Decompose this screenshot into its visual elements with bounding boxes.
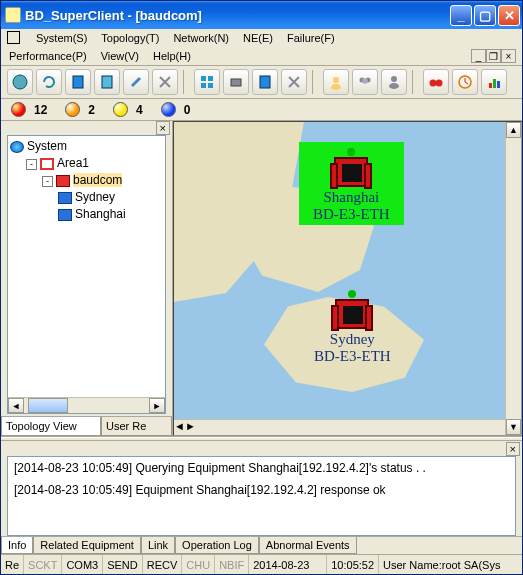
tree-area-label: Area1 [57, 156, 89, 170]
scroll-track[interactable] [506, 138, 521, 419]
status-send: SEND [103, 555, 143, 574]
tab-link[interactable]: Link [141, 537, 175, 554]
tool-clock-icon[interactable] [452, 69, 478, 95]
tree-node-label: Shanghai [75, 207, 126, 221]
device-icon [334, 157, 368, 187]
alarm-info[interactable]: 0 [161, 102, 191, 117]
menu-system[interactable]: System(S) [34, 31, 89, 45]
alarm-info-count: 0 [184, 103, 191, 117]
alarm-minor[interactable]: 4 [113, 102, 143, 117]
scroll-left-icon[interactable]: ◄ [174, 420, 185, 435]
mdi-minimize-button[interactable]: _ [471, 49, 486, 63]
tool-print-icon[interactable] [223, 69, 249, 95]
alarm-major[interactable]: 2 [65, 102, 95, 117]
scroll-thumb[interactable] [28, 398, 68, 413]
collapse-icon[interactable]: - [42, 176, 53, 187]
tool-chart-icon[interactable] [481, 69, 507, 95]
svg-point-15 [389, 83, 399, 89]
svg-rect-6 [208, 83, 213, 88]
tool-binoculars-icon[interactable] [423, 69, 449, 95]
toolbar [1, 66, 522, 99]
tool-db3-icon[interactable] [252, 69, 278, 95]
tab-operation-log[interactable]: Operation Log [175, 537, 259, 554]
log-close-button[interactable]: × [506, 442, 520, 456]
topology-tree[interactable]: System -Area1 -baudcom Sydney Shanghai [8, 136, 165, 397]
main-window: BD_SuperClient - [baudcom] _ ▢ ✕ System(… [0, 0, 523, 575]
tree-group-label: baudcom [73, 173, 122, 187]
scroll-left-icon[interactable]: ◄ [8, 398, 24, 413]
svg-point-0 [13, 75, 27, 89]
minimize-button[interactable]: _ [450, 5, 472, 26]
tree-node-shanghai[interactable]: Shanghai [58, 206, 163, 223]
globe-icon [10, 141, 24, 153]
close-button[interactable]: ✕ [498, 5, 520, 26]
svg-point-14 [391, 76, 397, 82]
map-node-shanghai[interactable]: Shanghai BD-E3-ETH [299, 142, 404, 225]
menu-network[interactable]: Network(N) [171, 31, 231, 45]
tool-globe-icon[interactable] [7, 69, 33, 95]
scroll-track[interactable] [68, 398, 149, 413]
mdi-controls: _ ❐ × [471, 49, 516, 63]
tab-abnormal-events[interactable]: Abnormal Events [259, 537, 357, 554]
tab-user-re[interactable]: User Re [101, 417, 172, 436]
scroll-up-icon[interactable]: ▲ [506, 122, 521, 138]
tree-root[interactable]: System [10, 138, 163, 155]
status-chu: CHU [182, 555, 215, 574]
log-box[interactable]: [2014-08-23 10:05:49] Querying Equipment… [7, 456, 516, 536]
tree-node-sydney[interactable]: Sydney [58, 189, 163, 206]
svg-rect-3 [201, 76, 206, 81]
map-node-sydney[interactable]: Sydney BD-E3-ETH [314, 290, 391, 365]
titlebar[interactable]: BD_SuperClient - [baudcom] _ ▢ ✕ [1, 1, 522, 29]
svg-rect-19 [489, 83, 492, 88]
mdi-restore-button[interactable]: ❐ [486, 49, 501, 63]
tool-grid-icon[interactable] [194, 69, 220, 95]
svg-rect-21 [497, 81, 500, 88]
tool-delete-icon[interactable] [281, 69, 307, 95]
tool-db2-icon[interactable] [94, 69, 120, 95]
map-view[interactable]: Shanghai BD-E3-ETH Sydney BD-E3-ETH ▲ ▼ … [173, 121, 522, 436]
tool-link-icon[interactable] [123, 69, 149, 95]
tree-hscroll[interactable]: ◄ ► [8, 397, 165, 413]
tool-users-icon[interactable] [352, 69, 378, 95]
maximize-button[interactable]: ▢ [474, 5, 496, 26]
status-sckt: SCKT [24, 555, 62, 574]
tab-related-equipment[interactable]: Related Equipment [33, 537, 141, 554]
led-red-icon [11, 102, 26, 117]
collapse-icon[interactable]: - [26, 159, 37, 170]
tree-container: System -Area1 -baudcom Sydney Shanghai [7, 135, 166, 414]
tab-topology-view[interactable]: Topology View [1, 417, 101, 436]
statusbar: Re SCKT COM3 SEND RECV CHU NBIF 2014-08-… [1, 554, 522, 574]
tool-user-glow-icon[interactable] [323, 69, 349, 95]
scroll-down-icon[interactable]: ▼ [506, 419, 521, 435]
map-vscroll[interactable]: ▲ ▼ [505, 122, 521, 435]
log-pane: × [2014-08-23 10:05:49] Querying Equipme… [1, 441, 522, 554]
tab-info[interactable]: Info [1, 537, 33, 554]
tool-db1-icon[interactable] [65, 69, 91, 95]
menu-help[interactable]: Help(H) [151, 49, 193, 63]
tree-area[interactable]: -Area1 -baudcom Sydney Shanghai [26, 155, 163, 223]
scroll-right-icon[interactable]: ► [149, 398, 165, 413]
pane-close-button[interactable]: × [156, 121, 170, 135]
menu-failure[interactable]: Failure(F) [285, 31, 337, 45]
menu-view[interactable]: View(V) [99, 49, 141, 63]
tool-break-icon[interactable] [152, 69, 178, 95]
status-recv: RECV [143, 555, 183, 574]
led-yellow-icon [113, 102, 128, 117]
status-dot-icon [347, 148, 355, 156]
menu-performance[interactable]: Performance(P) [7, 49, 89, 63]
tree-group[interactable]: -baudcom Sydney Shanghai [42, 172, 163, 223]
alarm-minor-count: 4 [136, 103, 143, 117]
mdi-close-button[interactable]: × [501, 49, 516, 63]
alarm-bar: 12 2 4 0 [1, 99, 522, 121]
tool-user-icon[interactable] [381, 69, 407, 95]
menu-ne[interactable]: NE(E) [241, 31, 275, 45]
alarm-critical[interactable]: 12 [11, 102, 47, 117]
tool-refresh-icon[interactable] [36, 69, 62, 95]
scroll-right-icon[interactable]: ► [185, 420, 196, 435]
device-icon [335, 299, 369, 329]
menu-topology[interactable]: Topology(T) [99, 31, 161, 45]
alarm-major-count: 2 [88, 103, 95, 117]
map-hscroll[interactable]: ◄ ► [174, 419, 505, 435]
mdi-system-icon[interactable] [7, 31, 20, 44]
svg-rect-2 [102, 76, 112, 88]
